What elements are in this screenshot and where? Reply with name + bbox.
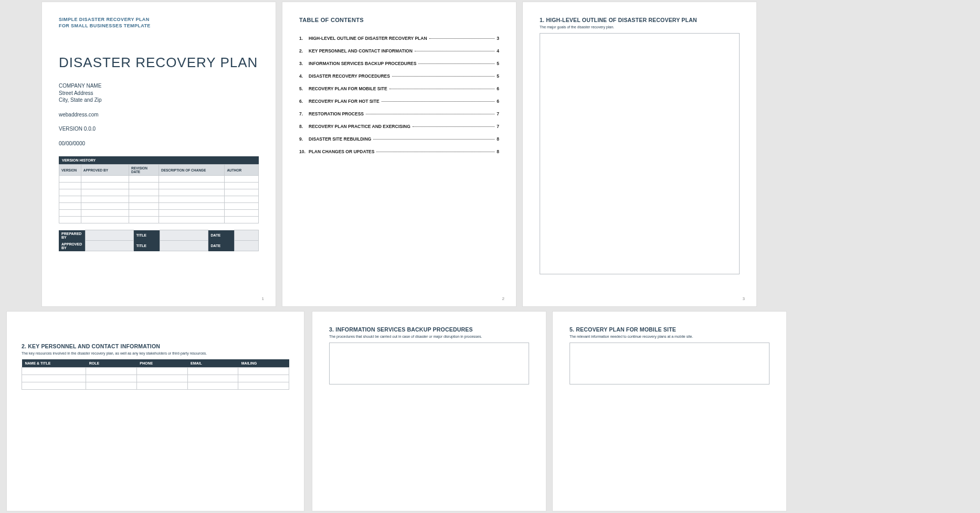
table-row — [22, 368, 289, 375]
toc-item-label: RECOVERY PLAN FOR MOBILE SITE — [309, 86, 387, 91]
toc-dots — [376, 152, 494, 152]
page-cover: SIMPLE DISASTER RECOVERY PLAN FOR SMALL … — [42, 2, 276, 306]
col-mailing: MAILING — [238, 359, 289, 368]
toc-item: 3.INFORMATION SERVICES BACKUP PROCEDURES… — [299, 61, 499, 66]
table-row — [59, 189, 259, 196]
page-number: 3 — [743, 296, 745, 301]
table-row — [22, 375, 289, 382]
toc-item-number: 4. — [299, 73, 309, 79]
toc-item-page: 4 — [497, 48, 499, 54]
toc-dots — [366, 114, 494, 114]
toc-dots — [418, 63, 494, 64]
page-section-5: 5. RECOVERY PLAN FOR MOBILE SITE The rel… — [553, 312, 786, 511]
section-5-subtitle: The relevant information needed to conti… — [570, 335, 770, 338]
toc-item-number: 5. — [299, 86, 309, 91]
toc-item-number: 6. — [299, 99, 309, 104]
col-email: EMAIL — [187, 359, 238, 368]
page-toc: TABLE OF CONTENTS 1.HIGH-LEVEL OUTLINE O… — [282, 2, 516, 306]
toc-item: 9.DISASTER SITE REBUILDING8 — [299, 136, 499, 142]
col-name-title: NAME & TITLE — [22, 359, 86, 368]
version-history-header: VERSION HISTORY — [59, 156, 259, 164]
toc-item-number: 2. — [299, 48, 309, 54]
toc-item-label: RECOVERY PLAN PRACTICE AND EXERCISING — [309, 124, 410, 129]
section-1-content-box — [540, 33, 740, 274]
toc-item-label: RESTORATION PROCESS — [309, 111, 364, 116]
page-section-3: 3. INFORMATION SERVICES BACKUP PROCEDURE… — [312, 312, 546, 511]
col-phone: PHONE — [136, 359, 187, 368]
toc-dots — [415, 51, 494, 51]
toc-list: 1.HIGH-LEVEL OUTLINE OF DISASTER RECOVER… — [299, 36, 499, 154]
table-row — [59, 176, 259, 183]
toc-item: 1.HIGH-LEVEL OUTLINE OF DISASTER RECOVER… — [299, 36, 499, 41]
table-row — [59, 217, 259, 223]
col-role: ROLE — [86, 359, 137, 368]
col-approved-by: APPROVED BY — [81, 165, 129, 176]
toc-item: 5.RECOVERY PLAN FOR MOBILE SITE6 — [299, 86, 499, 91]
version-history-table: VERSION APPROVED BY REVISION DATE DESCRI… — [59, 164, 259, 223]
toc-item-number: 7. — [299, 111, 309, 116]
page-number: 2 — [502, 296, 504, 301]
toc-item-number: 9. — [299, 136, 309, 142]
section-2-title: 2. KEY PERSONNEL AND CONTACT INFORMATION — [22, 343, 289, 349]
section-5-title: 5. RECOVERY PLAN FOR MOBILE SITE — [570, 326, 770, 333]
toc-dots — [429, 38, 495, 39]
template-label-1: SIMPLE DISASTER RECOVERY PLAN — [59, 17, 259, 23]
table-row — [59, 203, 259, 210]
col-revision-date: REVISION DATE — [129, 165, 159, 176]
table-row — [59, 183, 259, 189]
label-date-2: DATE — [208, 241, 235, 251]
toc-item-label: DISASTER SITE REBUILDING — [309, 136, 371, 142]
page-section-2: 2. KEY PERSONNEL AND CONTACT INFORMATION… — [7, 312, 304, 511]
toc-item: 10.PLAN CHANGES OR UPDATES8 — [299, 149, 499, 154]
toc-item-number: 8. — [299, 124, 309, 129]
toc-item: 6.RECOVERY PLAN FOR HOT SITE6 — [299, 99, 499, 104]
label-approved-by: APPROVED BY — [59, 241, 86, 251]
toc-item-label: KEY PERSONNEL AND CONTACT INFORMATION — [309, 48, 413, 54]
toc-item-page: 6 — [497, 86, 499, 91]
prepared-approved-table: PREPARED BY TITLE DATE APPROVED BY TITLE… — [59, 230, 259, 251]
page-number: 1 — [262, 296, 264, 301]
toc-item-label: HIGH-LEVEL OUTLINE OF DISASTER RECOVERY … — [309, 36, 427, 41]
label-prepared-by: PREPARED BY — [59, 230, 86, 241]
toc-item-page: 6 — [497, 99, 499, 104]
section-1-subtitle: The major goals of the disaster recovery… — [540, 25, 740, 29]
table-row — [59, 196, 259, 203]
toc-item-label: DISASTER RECOVERY PROCEDURES — [309, 73, 390, 79]
template-label-2: FOR SMALL BUSINESSES TEMPLATE — [59, 23, 259, 29]
col-description: DESCRIPTION OF CHANGE — [159, 165, 224, 176]
page-section-1: 1. HIGH-LEVEL OUTLINE OF DISASTER RECOVE… — [523, 2, 756, 306]
company-name: COMPANY NAME — [59, 82, 259, 90]
label-title: TITLE — [133, 230, 160, 241]
section-3-title: 3. INFORMATION SERVICES BACKUP PROCEDURE… — [329, 326, 529, 333]
toc-dots — [392, 76, 494, 77]
section-2-subtitle: The key resources involved in the disast… — [22, 351, 289, 355]
label-title-2: TITLE — [133, 241, 160, 251]
document-title: DISASTER RECOVERY PLAN — [59, 55, 259, 71]
date-label: 00/00/0000 — [59, 140, 259, 147]
toc-item-number: 1. — [299, 36, 309, 41]
toc-item: 7.RESTORATION PROCESS7 — [299, 111, 499, 116]
web-address: webaddress.com — [59, 111, 259, 119]
toc-dots — [389, 89, 495, 89]
col-author: AUTHOR — [225, 165, 259, 176]
toc-item-label: INFORMATION SERVICES BACKUP PROCEDURES — [309, 61, 416, 66]
toc-item-number: 3. — [299, 61, 309, 66]
section-1-title: 1. HIGH-LEVEL OUTLINE OF DISASTER RECOVE… — [540, 17, 740, 23]
toc-item-page: 8 — [497, 136, 499, 142]
toc-item-label: PLAN CHANGES OR UPDATES — [309, 149, 374, 154]
toc-item: 8.RECOVERY PLAN PRACTICE AND EXERCISING7 — [299, 124, 499, 129]
version-label: VERSION 0.0.0 — [59, 125, 259, 133]
section-3-content-box — [329, 343, 529, 384]
col-version: VERSION — [59, 165, 81, 176]
city-state-zip: City, State and Zip — [59, 97, 259, 104]
table-row — [22, 382, 289, 390]
label-date: DATE — [208, 230, 235, 241]
toc-item: 4.DISASTER RECOVERY PROCEDURES5 — [299, 73, 499, 79]
toc-dots — [382, 101, 495, 102]
section-5-content-box — [570, 343, 770, 384]
toc-dots — [373, 139, 494, 140]
toc-item-page: 7 — [497, 124, 499, 129]
toc-item-number: 10. — [299, 149, 309, 154]
toc-item-page: 5 — [497, 73, 499, 79]
toc-item-page: 3 — [497, 36, 499, 41]
